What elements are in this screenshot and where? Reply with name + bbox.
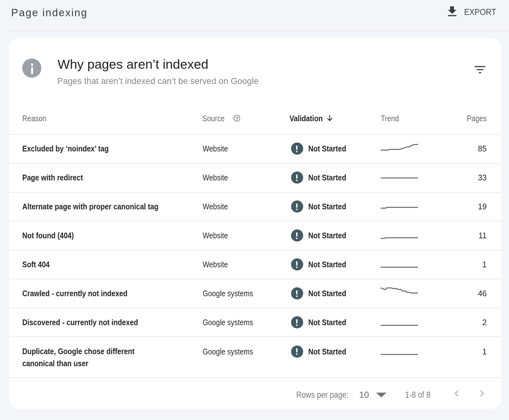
svg-text:?: ? [235, 116, 238, 121]
